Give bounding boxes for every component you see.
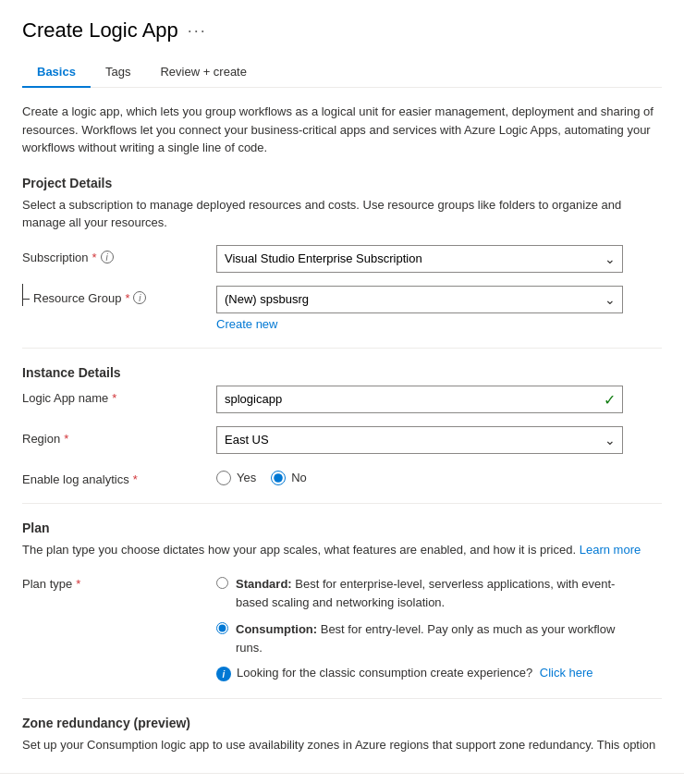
project-details-description: Select a subscription to manage deployed… bbox=[22, 196, 662, 232]
log-analytics-control: Yes No bbox=[216, 467, 623, 485]
log-analytics-no-label: No bbox=[291, 471, 307, 484]
info-circle-icon: i bbox=[216, 667, 231, 681]
plan-standard-text: Standard: Best for enterprise-level, ser… bbox=[236, 575, 623, 611]
plan-standard-desc: Best for enterprise-level, serverless ap… bbox=[236, 577, 615, 609]
divider-1 bbox=[22, 348, 662, 349]
logic-app-name-row: Logic App name * ✓ bbox=[22, 386, 662, 413]
tab-review-create[interactable]: Review + create bbox=[145, 57, 262, 88]
logic-app-name-check-icon: ✓ bbox=[604, 390, 616, 408]
plan-description: The plan type you choose dictates how yo… bbox=[22, 541, 662, 559]
resource-group-row: Resource Group * i (New) spsbusrg Create… bbox=[22, 286, 662, 331]
subscription-select-wrapper: Visual Studio Enterprise Subscription bbox=[216, 245, 623, 273]
region-row: Region * East US bbox=[22, 426, 662, 454]
resource-group-required: * bbox=[125, 291, 129, 305]
plan-section: Plan The plan type you choose dictates h… bbox=[22, 521, 662, 682]
plan-info-note: i Looking for the classic consumption cr… bbox=[216, 666, 623, 681]
divider-2 bbox=[22, 503, 662, 504]
subscription-select[interactable]: Visual Studio Enterprise Subscription bbox=[216, 245, 623, 273]
resource-group-label-wrapper: Resource Group * i bbox=[22, 286, 207, 305]
subscription-info-icon[interactable]: i bbox=[101, 251, 114, 263]
learn-more-link[interactable]: Learn more bbox=[580, 543, 641, 557]
plan-type-row: Plan type * Standard: Best for enterpris… bbox=[22, 571, 662, 681]
bottom-bar: Review + create < Previous Next : Tags > bbox=[0, 773, 684, 785]
instance-details-section: Instance Details Logic App name * ✓ Regi… bbox=[22, 365, 662, 486]
plan-consumption-option[interactable]: Consumption: Best for entry-level. Pay o… bbox=[216, 620, 623, 656]
resource-group-select-wrapper: (New) spsbusrg bbox=[216, 286, 623, 313]
tab-tags[interactable]: Tags bbox=[91, 57, 145, 88]
resource-group-select[interactable]: (New) spsbusrg bbox=[216, 286, 623, 313]
tab-bar: Basics Tags Review + create bbox=[22, 57, 662, 88]
subscription-control: Visual Studio Enterprise Subscription bbox=[216, 245, 623, 273]
log-analytics-row: Enable log analytics * Yes No bbox=[22, 467, 662, 486]
plan-standard-option[interactable]: Standard: Best for enterprise-level, ser… bbox=[216, 575, 623, 611]
region-required: * bbox=[64, 432, 68, 446]
region-label: Region * bbox=[22, 426, 207, 446]
subscription-row: Subscription * i Visual Studio Enterpris… bbox=[22, 245, 662, 273]
plan-type-label: Plan type * bbox=[22, 571, 207, 591]
log-analytics-required: * bbox=[133, 472, 138, 486]
instance-details-title: Instance Details bbox=[22, 365, 662, 380]
plan-info-text: Looking for the classic consumption crea… bbox=[237, 666, 593, 680]
zone-redundancy-section: Zone redundancy (preview) Set up your Co… bbox=[22, 716, 662, 754]
zone-redundancy-desc: Set up your Consumption logic app to use… bbox=[22, 736, 662, 754]
log-analytics-yes-radio[interactable] bbox=[216, 471, 231, 485]
log-analytics-no-option[interactable]: No bbox=[271, 471, 307, 485]
divider-3 bbox=[22, 698, 662, 699]
plan-type-radio-group: Standard: Best for enterprise-level, ser… bbox=[216, 571, 623, 656]
region-select[interactable]: East US bbox=[216, 426, 623, 454]
page-title: Create Logic App bbox=[22, 18, 178, 43]
tab-basics[interactable]: Basics bbox=[22, 57, 91, 88]
plan-type-required: * bbox=[76, 577, 80, 591]
plan-consumption-text: Consumption: Best for entry-level. Pay o… bbox=[236, 620, 623, 656]
log-analytics-label: Enable log analytics * bbox=[22, 467, 207, 486]
plan-consumption-label: Consumption: bbox=[236, 622, 317, 636]
logic-app-name-control: ✓ bbox=[216, 386, 623, 413]
subscription-label: Subscription * i bbox=[22, 245, 207, 264]
logic-app-name-input[interactable] bbox=[216, 386, 623, 413]
plan-consumption-radio[interactable] bbox=[216, 622, 228, 634]
log-analytics-yes-option[interactable]: Yes bbox=[216, 471, 256, 485]
resource-group-info-icon[interactable]: i bbox=[133, 291, 146, 304]
zone-redundancy-title: Zone redundancy (preview) bbox=[22, 716, 662, 730]
click-here-link[interactable]: Click here bbox=[540, 666, 593, 680]
log-analytics-no-radio[interactable] bbox=[271, 471, 286, 485]
project-details-title: Project Details bbox=[22, 176, 662, 190]
plan-standard-radio[interactable] bbox=[216, 577, 228, 589]
page-options-dots[interactable]: ··· bbox=[188, 21, 207, 41]
subscription-required: * bbox=[92, 251, 97, 264]
region-control: East US bbox=[216, 426, 623, 454]
project-details-section: Project Details Select a subscription to… bbox=[22, 176, 662, 331]
plan-type-control: Standard: Best for enterprise-level, ser… bbox=[216, 571, 623, 681]
region-select-wrapper: East US bbox=[216, 426, 623, 454]
log-analytics-yes-label: Yes bbox=[237, 471, 256, 484]
logic-app-name-label: Logic App name * bbox=[22, 386, 207, 405]
log-analytics-radio-group: Yes No bbox=[216, 467, 623, 485]
logic-app-name-input-wrapper: ✓ bbox=[216, 386, 623, 413]
plan-title: Plan bbox=[22, 521, 662, 535]
plan-standard-label: Standard: bbox=[236, 577, 292, 591]
page-description: Create a logic app, which lets you group… bbox=[22, 103, 662, 157]
page-header: Create Logic App ··· bbox=[22, 18, 662, 43]
logic-app-name-required: * bbox=[112, 391, 116, 405]
create-new-link[interactable]: Create new bbox=[216, 317, 623, 331]
resource-group-control: (New) spsbusrg Create new bbox=[216, 286, 623, 331]
resource-group-label-inner: Resource Group * i bbox=[22, 291, 146, 305]
